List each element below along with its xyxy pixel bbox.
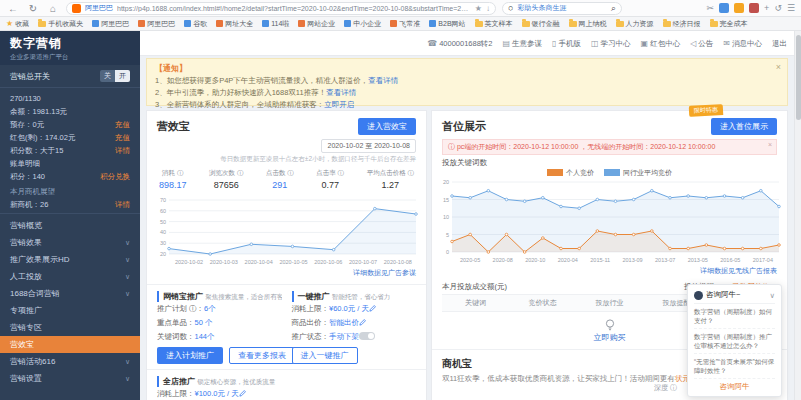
back-icon[interactable]: ← bbox=[6, 3, 20, 14]
appbar-link[interactable]: 退出 bbox=[772, 39, 787, 49]
sidebar-item-label: 营销概览 bbox=[10, 220, 42, 231]
app-logo[interactable]: 数字营销 企业多渠道推广平台 bbox=[0, 31, 140, 65]
appbar-link[interactable]: ◫学习中心 bbox=[591, 39, 631, 49]
bookmark-item[interactable]: B2B网站 bbox=[429, 19, 465, 29]
enter-plan-button[interactable]: 进入计划推广 bbox=[157, 347, 223, 364]
add-icon[interactable]: + bbox=[764, 3, 769, 13]
switch-on-option[interactable]: 开 bbox=[115, 70, 130, 82]
chat-widget: 咨询阿牛~ ∨ 数字营销（周期制度）如何支付？数字营销（周期制度）推广位审核不通… bbox=[687, 284, 782, 397]
appbar-link[interactable]: ◁公告 bbox=[690, 39, 713, 49]
enter-swzs-button[interactable]: 进入首位展示 bbox=[711, 118, 777, 135]
appbar-link[interactable]: ✉消息中心 bbox=[723, 39, 762, 49]
sidebar-item-营销效果[interactable]: 营销效果∨ bbox=[0, 234, 140, 251]
bookmark-item[interactable]: 经济日报 bbox=[663, 19, 701, 29]
address-bar[interactable]: 阿里巴巴 https://p4p.1688.com/index.html#!/h… bbox=[66, 2, 496, 15]
chat-header[interactable]: 咨询阿牛~ ∨ bbox=[694, 290, 775, 304]
appbar-link[interactable]: ▯手机版 bbox=[552, 39, 581, 49]
notice-line-link[interactable]: 立即开启 bbox=[324, 100, 354, 109]
promo-status-toggle[interactable] bbox=[359, 332, 375, 340]
yxb-stat[interactable]: 平均点击价格 ⓘ1.27 bbox=[367, 169, 414, 190]
appbar-link-label: 退出 bbox=[772, 39, 787, 49]
chat-question[interactable]: “无需抢”“首页未展示”如何保障时效性？ bbox=[694, 354, 775, 379]
notice-close-icon[interactable]: × bbox=[776, 62, 781, 72]
extension-red-icon[interactable] bbox=[749, 3, 759, 13]
bookmark-item[interactable]: 银行金融 bbox=[522, 19, 560, 29]
sidebar-stat-link[interactable]: 充值 bbox=[115, 131, 130, 144]
bookmark-item[interactable]: 人力资源 bbox=[616, 19, 654, 29]
sidebar-stat-link[interactable]: 详情 bbox=[115, 198, 130, 211]
bookmark-item[interactable]: 谷歌 bbox=[184, 19, 207, 29]
x-tick-label: 2020-10-03 bbox=[210, 259, 238, 265]
chat-question[interactable]: 数字营销（周期制度）推广位审核不通过怎么办？ bbox=[694, 329, 775, 354]
sidebar-item-人工投放[interactable]: 人工投放∨ bbox=[0, 268, 140, 285]
sidebar-item-1688合词营销[interactable]: 1688合词营销∨ bbox=[0, 285, 140, 302]
yxb-stat[interactable]: 浏览次数 ⓘ87656 bbox=[209, 169, 243, 190]
site-icon bbox=[92, 20, 99, 27]
bookmark-item[interactable]: 完全成本 bbox=[710, 19, 748, 29]
appbar-link[interactable]: ▤生意参谋 bbox=[503, 39, 543, 49]
scissors-icon[interactable]: ✂ bbox=[707, 3, 715, 13]
yxb-stat[interactable]: 消耗 ⓘ898.17 bbox=[159, 169, 187, 190]
search-go-icon[interactable]: ⌕ bbox=[611, 3, 616, 14]
sidebar-item-营销概览[interactable]: 营销概览 bbox=[0, 217, 140, 234]
view-report-button[interactable]: 查看更多报表 bbox=[229, 347, 295, 364]
sidebar-item-营效宝[interactable]: 营效宝 bbox=[0, 336, 140, 353]
sidebar-item-营销专区[interactable]: 营销专区 bbox=[0, 319, 140, 336]
switch-off-option[interactable]: 关 bbox=[100, 70, 115, 82]
notice-line-link[interactable]: 查看详情 bbox=[368, 76, 398, 85]
bookmark-item[interactable]: 阿里巴巴 bbox=[138, 19, 175, 29]
master-switch-toggle[interactable]: 关 开 bbox=[100, 70, 130, 82]
sidebar-stat-row: 新商机：26详情 bbox=[10, 198, 130, 211]
browser-search[interactable]: ○ 彩助头条商生涯 ⌕ bbox=[502, 2, 622, 15]
bookmark-item[interactable]: 网站企业 bbox=[298, 19, 335, 29]
bookmark-item[interactable]: 手机收藏夹 bbox=[38, 19, 83, 29]
appbar-link[interactable]: ☎4000001688转2 bbox=[427, 39, 492, 49]
search-hot-text[interactable]: 彩助头条商生涯 bbox=[517, 3, 607, 13]
bookmark-item[interactable]: ★收藏 bbox=[6, 19, 29, 29]
swzs-report-link[interactable]: 详细数据见无线广告报表 bbox=[432, 263, 787, 280]
yxb-stat[interactable]: 点击数 ⓘ291 bbox=[266, 169, 294, 190]
extension-blue-icon[interactable] bbox=[719, 3, 729, 13]
scrollbar-thumb[interactable] bbox=[796, 35, 801, 120]
date-range-picker[interactable]: 2020-10-02 至 2020-10-08 bbox=[321, 139, 416, 153]
sidebar-item-专项推广[interactable]: 专项推广 bbox=[0, 302, 140, 319]
bookmark-item[interactable]: 阿里巴巴 bbox=[92, 19, 129, 29]
scrollbar[interactable] bbox=[794, 31, 801, 400]
enter-onekey-button[interactable]: 进入一键推广 bbox=[292, 347, 358, 364]
yxb-report-link[interactable]: 详细数据见广告参谋 bbox=[147, 265, 426, 282]
onekey-head: 一键推广 bbox=[298, 292, 330, 301]
appbar-link[interactable]: ▣红包中心 bbox=[641, 39, 681, 49]
bookmark-item[interactable]: 114啦 bbox=[262, 19, 289, 29]
bookmark-item[interactable]: 英文样本 bbox=[475, 19, 513, 29]
chat-question[interactable]: 数字营销（周期制度）如何支付？ bbox=[694, 304, 775, 329]
notice-line-link[interactable]: 查看详情 bbox=[326, 88, 356, 97]
edit-pencil-icon[interactable] bbox=[359, 319, 366, 326]
bookmark-item[interactable]: 中小企业 bbox=[344, 19, 381, 29]
table-column-header: 投放行业 bbox=[576, 295, 643, 311]
download-icon[interactable]: ↓ bbox=[486, 4, 490, 13]
undo-icon[interactable]: ↺ bbox=[774, 3, 782, 13]
sidebar-item-推广效果展示HD[interactable]: 推广效果展示HD∨ bbox=[0, 251, 140, 268]
sidebar-stat-link[interactable]: 充值 bbox=[115, 118, 130, 131]
edit-pencil-icon[interactable] bbox=[369, 305, 376, 312]
bookmark-item[interactable]: 网址大全 bbox=[216, 19, 253, 29]
sidebar-stat-link[interactable]: 积分兑换 bbox=[100, 170, 130, 183]
edit-pencil-icon[interactable] bbox=[239, 390, 246, 397]
chat-cta-link[interactable]: 咨询阿牛 bbox=[694, 379, 775, 392]
home-icon[interactable]: ⌂ bbox=[46, 3, 60, 14]
refresh-icon[interactable]: ↻ bbox=[26, 3, 40, 14]
bookmark-item[interactable]: 飞常准 bbox=[390, 19, 420, 29]
menu-icon[interactable]: ☰ bbox=[787, 3, 795, 13]
swzs-notice-close-icon[interactable]: × bbox=[768, 141, 772, 148]
url-text[interactable]: https://p4p.1688.com/index.html#!/home2/… bbox=[117, 5, 471, 12]
buy-now-link[interactable]: 立即购买 bbox=[594, 333, 626, 342]
extension-orange-icon[interactable] bbox=[734, 3, 744, 13]
yxb-stat[interactable]: 点击率 ⓘ0.77 bbox=[316, 169, 344, 190]
sidebar-stat-link[interactable]: 详情 bbox=[115, 144, 130, 157]
sidebar-item-营销活动616[interactable]: 营销活动616∨ bbox=[0, 353, 140, 370]
bookmark-item[interactable]: 网上纳税 bbox=[569, 19, 607, 29]
sidebar-item-营销设置[interactable]: 营销设置∨ bbox=[0, 370, 140, 387]
star-icon[interactable]: ★ bbox=[475, 4, 482, 13]
enter-yxb-button[interactable]: 进入营效宝 bbox=[358, 118, 416, 135]
chevron-down-icon[interactable]: ∨ bbox=[770, 291, 776, 300]
